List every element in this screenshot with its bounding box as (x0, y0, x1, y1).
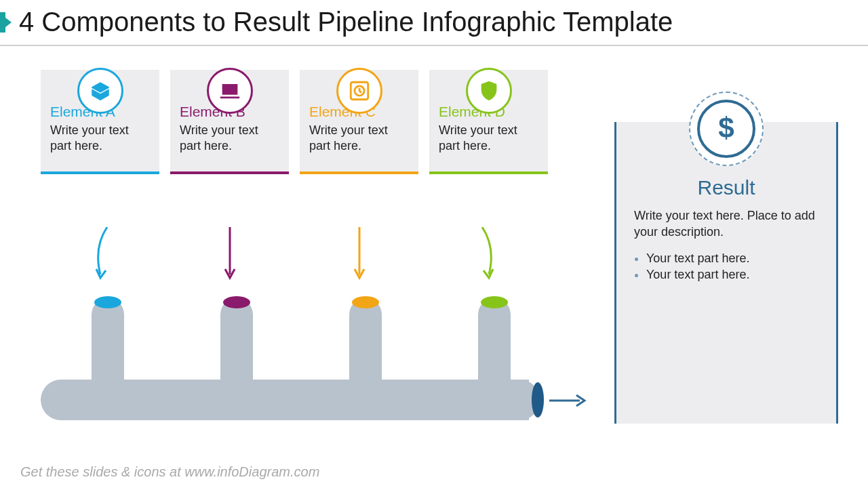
pipe-inlet (220, 298, 253, 386)
result-panel: $ Result Write your text here. Place to … (614, 122, 838, 424)
element-card-d: Element D Write your text part here. (429, 68, 548, 174)
result-description: Write your text here. Place to add your … (634, 207, 818, 241)
main-pipe (41, 380, 529, 420)
result-bullets: Your text part here. Your text part here… (634, 250, 818, 283)
inlet-top (352, 296, 379, 308)
result-bullet: Your text part here. (646, 250, 818, 266)
element-card-a: Element A Write your text part here. (41, 68, 159, 174)
element-icon-circle (466, 68, 512, 114)
result-bullet: Your text part here. (646, 266, 818, 283)
arrow-down-icon (349, 227, 370, 285)
clock-icon (348, 79, 371, 102)
element-icon-circle (207, 68, 253, 114)
element-card-c: Element C Write your text part here. (300, 68, 418, 174)
element-card-b: Element B Write your text part here. (170, 68, 289, 174)
element-bottom-bar (41, 171, 159, 174)
shield-icon (477, 79, 500, 102)
element-icon-circle (336, 68, 382, 114)
accent-notch (5, 18, 12, 27)
pipe-inlet (478, 298, 511, 386)
element-body: Write your text part here. (309, 123, 409, 153)
element-body: Write your text part here. (50, 123, 150, 153)
element-body: Write your text part here. (180, 123, 279, 153)
arrow-right-icon (549, 390, 590, 411)
result-icon-circle: $ (697, 100, 755, 158)
inlet-top (94, 296, 121, 308)
inlet-top (223, 296, 250, 308)
element-bottom-bar (429, 171, 548, 174)
element-bottom-bar (300, 171, 418, 174)
laptop-icon (218, 79, 241, 102)
arrow-down-icon (220, 227, 240, 285)
page-title: 4 Components to Result Pipeline Infograp… (19, 7, 673, 37)
result-title: Result (616, 176, 836, 199)
result-body: Write your text here. Place to add your … (616, 199, 836, 283)
footer-caption: Get these slides & icons at www.infoDiag… (20, 464, 319, 480)
inlet-top (481, 296, 508, 308)
result-icon-ring: $ (689, 92, 764, 166)
svg-text:$: $ (718, 113, 734, 144)
title-underline (0, 45, 868, 46)
arrow-down-icon (87, 227, 114, 285)
pipe-inlet (349, 298, 382, 386)
element-columns: Element A Write your text part here. Ele… (41, 68, 548, 174)
element-bottom-bar (170, 171, 289, 174)
element-icon-circle (77, 68, 123, 114)
accent-bar (0, 12, 5, 33)
dollar-icon: $ (711, 113, 742, 144)
pipe-outlet (532, 382, 544, 418)
pipeline-graphic (41, 298, 583, 434)
box-icon (89, 79, 112, 102)
arrow-down-icon (475, 227, 502, 285)
pipe-inlet (92, 298, 124, 386)
arrows-row (41, 227, 548, 285)
element-body: Write your text part here. (439, 123, 538, 153)
